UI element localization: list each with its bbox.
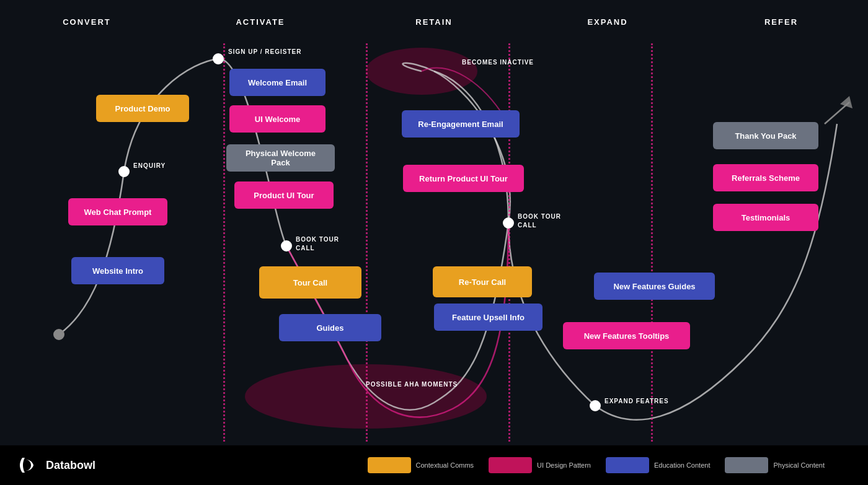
- divider-line-3: [508, 43, 510, 442]
- col-retain: RETAIN: [347, 17, 521, 27]
- legend: Contextual Comms UI Design Pattern Educa…: [368, 457, 825, 473]
- enquiry-label: ENQUIRY: [133, 162, 166, 169]
- legend-physical-label: Physical Content: [773, 461, 825, 469]
- welcome-email-card[interactable]: Welcome Email: [229, 69, 326, 96]
- tour-call-card[interactable]: Tour Call: [259, 266, 361, 299]
- legend-ui-design: UI Design Pattern: [489, 457, 591, 473]
- brand-name: Databowl: [46, 459, 95, 472]
- journey-svg: [0, 0, 868, 485]
- product-demo-card[interactable]: Product Demo: [96, 95, 189, 122]
- book-tour-1-label: BOOK TOURCALL: [296, 235, 339, 253]
- physical-welcome-pack-card[interactable]: Physical Welcome Pack: [226, 144, 335, 172]
- legend-swatch-gray: [725, 457, 768, 473]
- website-intro-card[interactable]: Website Intro: [71, 257, 164, 284]
- svg-marker-2: [840, 96, 852, 108]
- legend-physical: Physical Content: [725, 457, 825, 473]
- milestone-start: [53, 329, 64, 340]
- milestone-expand: [590, 400, 601, 411]
- new-features-guides-card[interactable]: New Features Guides: [594, 273, 715, 300]
- brand-logo: Databowl: [19, 455, 95, 476]
- guides-card[interactable]: Guides: [279, 314, 381, 341]
- legend-contextual-label: Contextual Comms: [416, 461, 474, 469]
- bottom-bar: Databowl Contextual Comms UI Design Patt…: [0, 445, 868, 485]
- feature-upsell-info-card[interactable]: Feature Upsell Info: [434, 304, 542, 331]
- legend-education: Education Content: [606, 457, 711, 473]
- web-chat-prompt-card[interactable]: Web Chat Prompt: [68, 198, 167, 225]
- re-engagement-email-card[interactable]: Re-Engagement Email: [402, 110, 520, 138]
- legend-swatch-pink: [489, 457, 532, 473]
- return-product-ui-tour-card[interactable]: Return Product UI Tour: [403, 165, 524, 192]
- thank-you-pack-card[interactable]: Thank You Pack: [713, 122, 818, 149]
- col-refer: REFER: [694, 17, 868, 27]
- legend-education-label: Education Content: [654, 461, 711, 469]
- col-expand: EXPAND: [521, 17, 694, 27]
- legend-swatch-orange: [368, 457, 411, 473]
- legend-contextual: Contextual Comms: [368, 457, 474, 473]
- book-tour-2-label: BOOK TOURCALL: [518, 212, 561, 230]
- divider-line-4: [651, 43, 653, 442]
- product-ui-tour-card[interactable]: Product UI Tour: [234, 181, 334, 209]
- becomes-inactive-label: BECOMES INACTIVE: [462, 59, 534, 66]
- milestone-book-tour-2: [503, 217, 514, 229]
- re-tour-call-card[interactable]: Re-Tour Call: [433, 266, 532, 297]
- col-convert: CONVERT: [0, 17, 174, 27]
- possible-aha-label: POSSIBLE AHA MOMENTS: [366, 381, 458, 388]
- referrals-scheme-card[interactable]: Referrals Scheme: [713, 164, 818, 191]
- testimonials-card[interactable]: Testimonials: [713, 204, 818, 231]
- svg-point-1: [366, 48, 477, 95]
- milestone-enquiry: [118, 166, 130, 177]
- new-features-tooltips-card[interactable]: New Features Tooltips: [563, 322, 690, 349]
- databowl-logo-icon: [19, 455, 40, 476]
- milestone-book-tour-1: [281, 240, 292, 251]
- milestone-sign-up: [213, 53, 224, 64]
- col-activate: ACTIVATE: [174, 17, 347, 27]
- column-headers: CONVERT ACTIVATE RETAIN EXPAND REFER: [0, 17, 868, 27]
- legend-ui-design-label: UI Design Pattern: [537, 461, 591, 469]
- legend-swatch-blue: [606, 457, 649, 473]
- ui-welcome-card[interactable]: UI Welcome: [229, 105, 326, 133]
- sign-up-label: SIGN UP / REGISTER: [228, 48, 301, 55]
- expand-featres-label: EXPAND FEATRES: [604, 398, 669, 404]
- divider-line-1: [223, 43, 225, 442]
